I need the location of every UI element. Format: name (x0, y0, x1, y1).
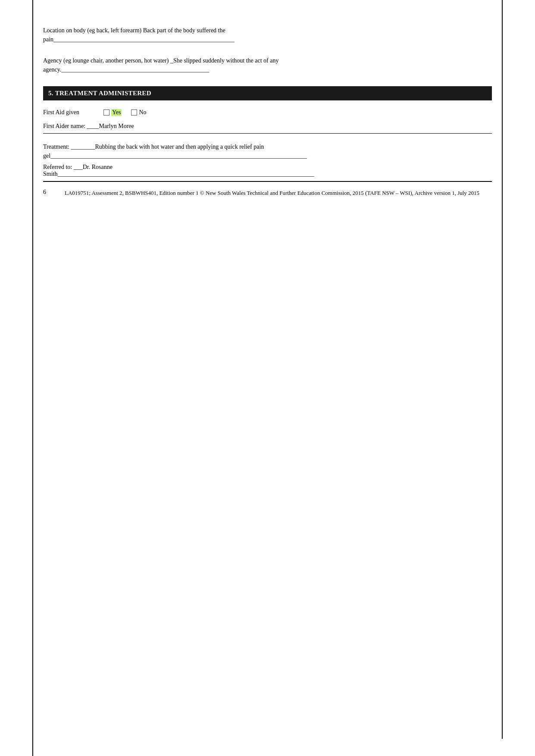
first-aid-label: First Aid given (43, 109, 99, 116)
agency-label: Agency (eg lounge chair, another person,… (43, 57, 278, 64)
footer-text: LA019751; Assessment 2, BSBWHS401, Editi… (65, 189, 492, 198)
agency-text: Agency (eg lounge chair, another person,… (43, 56, 492, 74)
bottom-divider (43, 181, 492, 182)
treatment-label: Treatment: ________Rubbing the back with… (43, 144, 264, 150)
referred-underline: ________________________________________… (57, 171, 314, 177)
section5-header: 5. TREATMENT ADMINISTERED (43, 86, 492, 100)
no-checkbox-label: No (139, 109, 146, 116)
agency-field: agency. (43, 66, 61, 73)
page: Location on body (eg back, left forearm)… (0, 0, 535, 756)
no-checkbox-wrapper[interactable]: No (131, 109, 146, 116)
referred-label: Referred to: ___Dr. Rosanne (43, 164, 113, 170)
location-label: Location on body (eg back, left forearm)… (43, 27, 225, 34)
treatment-row: Treatment: ________Rubbing the back with… (43, 142, 492, 160)
no-checkbox-box[interactable] (131, 109, 137, 116)
treatment-underline: ________________________________________… (50, 153, 307, 159)
page-number: 6 (43, 189, 52, 198)
referred-text: Referred to: ___Dr. Rosanne Smith_______… (43, 164, 492, 178)
footer-row: 6 LA019751; Assessment 2, BSBWHS401, Edi… (43, 189, 492, 198)
location-underline: ________________________________________… (53, 36, 235, 43)
location-section: Location on body (eg back, left forearm)… (43, 26, 492, 44)
yes-checkbox-box[interactable] (103, 109, 110, 116)
first-aid-row: First Aid given Yes No (43, 109, 492, 116)
treatment-section: First Aid given Yes No First Aider name:… (43, 109, 492, 182)
location-field: pain (43, 36, 53, 43)
checkbox-group: Yes No (103, 109, 147, 116)
first-aider-row: First Aider name: ____Marlyn Moree (43, 123, 492, 130)
agency-underline: ________________________________________… (61, 66, 209, 73)
first-aider-text: First Aider name: ____Marlyn Moree (43, 123, 492, 130)
yes-checkbox-label[interactable]: Yes (111, 109, 122, 116)
treatment-text: Treatment: ________Rubbing the back with… (43, 142, 492, 160)
divider-after-first-aider (43, 133, 492, 134)
location-text: Location on body (eg back, left forearm)… (43, 26, 492, 44)
referred-row: Referred to: ___Dr. Rosanne Smith_______… (43, 164, 492, 178)
yes-checkbox-wrapper[interactable]: Yes (103, 109, 122, 116)
referred-field: Smith (43, 171, 57, 177)
section5-title: 5. TREATMENT ADMINISTERED (48, 90, 151, 97)
treatment-field: gel (43, 153, 50, 159)
agency-section: Agency (eg lounge chair, another person,… (43, 56, 492, 74)
